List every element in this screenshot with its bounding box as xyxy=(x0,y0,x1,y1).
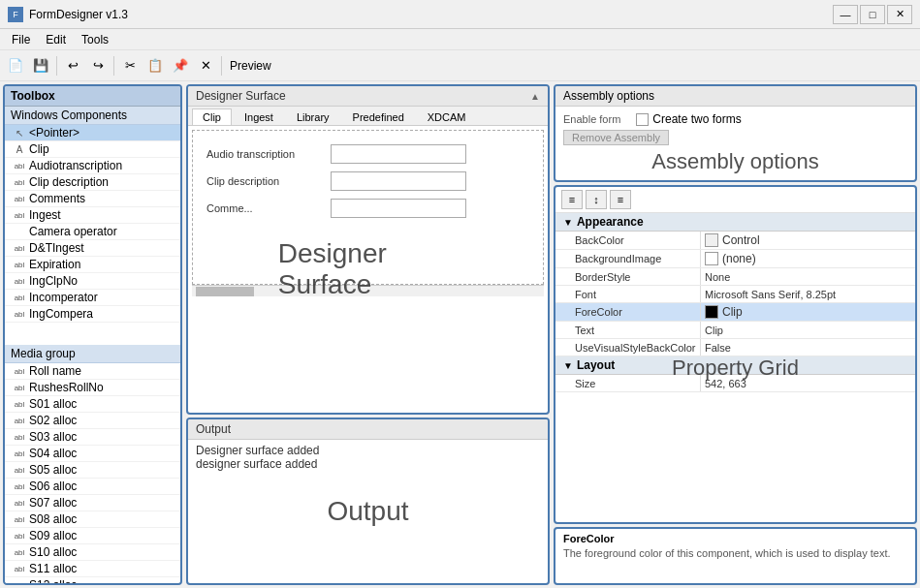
toolbox-item-label: S06 alloc xyxy=(29,480,77,493)
toolbar-preview: Preview xyxy=(230,59,271,73)
menu-tools[interactable]: Tools xyxy=(74,31,116,48)
toolbox-item-label: S02 alloc xyxy=(29,414,77,427)
toolbar-cut[interactable]: ✂ xyxy=(118,54,142,77)
toolbox-item-rollname[interactable]: abl Roll name xyxy=(5,363,180,380)
prop-value-usevisualstyle: False xyxy=(701,339,915,356)
toolbox-item-audiotranscription[interactable]: abl Audiotranscription xyxy=(5,158,180,174)
toolbox-item-rushesrollno[interactable]: abl RushesRollNo xyxy=(5,380,180,396)
prop-row-usevisualstyle[interactable]: UseVisualStyleBackColor False xyxy=(555,339,915,356)
remove-assembly-button[interactable]: Remove Assembly xyxy=(563,130,669,145)
clipdesc-input[interactable] xyxy=(331,171,466,191)
audio-input[interactable] xyxy=(331,144,466,164)
prop-tb-btn3[interactable]: ≡ xyxy=(610,190,631,209)
tab-predefined[interactable]: Predefined xyxy=(342,108,415,125)
prop-section-appearance[interactable]: ▼ Appearance xyxy=(555,213,915,232)
prop-row-bgimage[interactable]: BackgroundImage (none) xyxy=(555,250,915,268)
toolbox-item-label: S04 alloc xyxy=(29,447,77,460)
toolbox-item-expiration[interactable]: abl Expiration xyxy=(5,257,180,273)
layout-toggle-icon: ▼ xyxy=(563,360,573,371)
preview-label: Preview xyxy=(230,59,271,73)
toolbox-item-label: S01 alloc xyxy=(29,397,77,411)
comments-icon: abl xyxy=(13,195,26,203)
designer-tabs: Clip Ingest Library Predefined XDCAM xyxy=(188,107,548,126)
toolbar-delete[interactable]: ✕ xyxy=(194,54,217,77)
prop-row-backcolor[interactable]: BackColor Control xyxy=(555,232,915,250)
prop-row-forecolor[interactable]: ForeColor Clip xyxy=(555,303,915,322)
rushes-icon: abl xyxy=(13,384,26,392)
toolbox-item-s12[interactable]: abl S12 alloc xyxy=(5,577,180,583)
assembly-big-label: Assembly options xyxy=(651,149,818,174)
toolbox-item-label: S10 alloc xyxy=(29,545,77,559)
toolbox-item-ingest[interactable]: abl Ingest xyxy=(5,207,180,224)
toolbox-section-media[interactable]: Media group xyxy=(5,345,180,363)
prop-value-forecolor: Clip xyxy=(701,303,915,321)
toolbox-item-s05[interactable]: abl S05 alloc xyxy=(5,462,180,479)
hscroll-thumb[interactable] xyxy=(196,287,254,296)
tab-library[interactable]: Library xyxy=(286,108,340,125)
prop-tb-btn2[interactable]: ↕ xyxy=(586,190,607,209)
menu-bar: File Edit Tools xyxy=(0,29,920,50)
toolbox-item-s09[interactable]: abl S09 alloc xyxy=(5,528,180,544)
bgimage-text: (none) xyxy=(722,252,756,265)
toolbox-item-clip[interactable]: A Clip xyxy=(5,141,180,158)
menu-file[interactable]: File xyxy=(4,31,38,48)
ingc-icon: abl xyxy=(13,310,26,319)
prop-row-borderstyle[interactable]: BorderStyle None xyxy=(555,268,915,286)
toolbar-paste[interactable]: 📌 xyxy=(169,54,192,77)
title-controls: — □ ✕ xyxy=(833,5,912,24)
tab-xdcam[interactable]: XDCAM xyxy=(417,108,477,125)
minimize-button[interactable]: — xyxy=(833,5,858,24)
layout-label: Layout xyxy=(577,358,615,372)
toolbox-item-s03[interactable]: abl S03 alloc xyxy=(5,429,180,446)
backcolor-swatch xyxy=(705,233,718,247)
tab-ingest[interactable]: Ingest xyxy=(234,108,284,125)
toolbar-new[interactable]: 📄 xyxy=(4,54,27,77)
toolbox-item-camera[interactable]: Camera operator xyxy=(5,224,180,240)
menu-edit[interactable]: Edit xyxy=(38,31,74,48)
toolbox-item-s08[interactable]: abl S08 alloc xyxy=(5,511,180,528)
toolbar-redo[interactable]: ↪ xyxy=(86,54,110,77)
designer-hscroll[interactable] xyxy=(192,285,544,296)
comments-field-label: Comme... xyxy=(206,202,323,214)
prop-section-layout[interactable]: ▼ Layout xyxy=(555,356,915,375)
designer-expand-icon[interactable]: ▲ xyxy=(530,91,540,102)
prop-description-panel: ForeColor The foreground color of this c… xyxy=(554,527,917,585)
toolbox-item-clipdesc[interactable]: abl Clip description xyxy=(5,174,180,191)
designer-form: Audio transcription Clip description Com… xyxy=(199,137,537,226)
toolbar-copy[interactable]: 📋 xyxy=(143,54,167,77)
toolbox-item-s11[interactable]: abl S11 alloc xyxy=(5,561,180,577)
prop-name-bgimage: BackgroundImage xyxy=(555,250,701,267)
prop-row-size[interactable]: Size 542, 663 xyxy=(555,375,915,392)
toolbox-item-s10[interactable]: abl S10 alloc xyxy=(5,544,180,561)
appearance-label: Appearance xyxy=(577,215,644,229)
assembly-big-label-container: Assembly options xyxy=(563,149,907,174)
toolbox-item-s06[interactable]: abl S06 alloc xyxy=(5,479,180,495)
prop-tb-btn1[interactable]: ≡ xyxy=(561,190,583,209)
tab-clip[interactable]: Clip xyxy=(192,108,232,125)
toolbar-undo[interactable]: ↩ xyxy=(61,54,84,77)
close-button[interactable]: ✕ xyxy=(887,5,912,24)
create-two-forms-checkbox[interactable]: Create two forms xyxy=(636,112,741,126)
create-two-forms-checkbox-box[interactable] xyxy=(636,113,649,126)
designer-surface-panel: Designer Surface ▲ Clip Ingest Library P… xyxy=(186,84,550,415)
assembly-panel: Assembly options Enable form Create two … xyxy=(554,84,917,182)
toolbox-item-ingcompera[interactable]: abl IngCompera xyxy=(5,306,180,323)
toolbox-item-s01[interactable]: abl S01 alloc xyxy=(5,396,180,413)
comments-input[interactable] xyxy=(331,199,466,218)
toolbar-save[interactable]: 💾 xyxy=(29,54,52,77)
toolbox-item-comments[interactable]: abl Comments xyxy=(5,191,180,207)
prop-name-font: Font xyxy=(555,286,701,302)
prop-toolbar: ≡ ↕ ≡ xyxy=(555,187,915,213)
prop-row-text[interactable]: Text Clip xyxy=(555,322,915,339)
toolbox-item-s07[interactable]: abl S07 alloc xyxy=(5,495,180,511)
toolbox-item-dtingest[interactable]: abl D&TIngest xyxy=(5,240,180,257)
toolbox-section-windows[interactable]: Windows Components xyxy=(5,107,180,125)
prop-row-font[interactable]: Font Microsoft Sans Serif, 8.25pt xyxy=(555,286,915,303)
toolbox-item-s04[interactable]: abl S04 alloc xyxy=(5,446,180,462)
maximize-button[interactable]: □ xyxy=(860,5,885,24)
toolbox-item-ingclpno[interactable]: abl IngClpNo xyxy=(5,273,180,290)
toolbox-item-pointer[interactable]: ↖ <Pointer> xyxy=(5,125,180,141)
center-area: Designer Surface ▲ Clip Ingest Library P… xyxy=(184,81,552,588)
toolbox-item-incomperator[interactable]: abl Incomperator xyxy=(5,290,180,306)
toolbox-item-s02[interactable]: abl S02 alloc xyxy=(5,413,180,429)
